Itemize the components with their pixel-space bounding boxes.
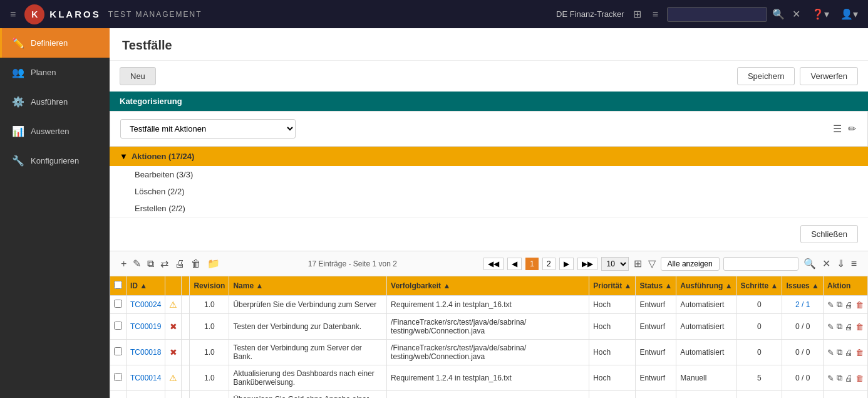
filter-clear-icon[interactable]: ✕ [821, 256, 832, 271]
filter-search-icon[interactable]: 🔍 [802, 256, 817, 271]
kategorisierung-header: Kategorisierung [110, 92, 868, 111]
export-icon[interactable]: ⇓ [835, 256, 846, 271]
discard-button[interactable]: Verwerfen [800, 67, 858, 85]
last-page-button[interactable]: ▶▶ [577, 258, 597, 270]
print-action-icon[interactable]: 🖨 [845, 348, 853, 357]
print-action-icon[interactable]: 🖨 [845, 300, 853, 310]
project-list-icon[interactable]: ≡ [650, 8, 661, 21]
row-steps: 5 [736, 391, 782, 399]
edit-action-icon[interactable]: ✎ [827, 322, 834, 332]
sidebar-item-definieren[interactable]: ✏️ Definieren [0, 28, 110, 58]
search-icon[interactable]: 🔍 [770, 7, 787, 21]
edit-action-icon[interactable]: ✎ [827, 348, 834, 357]
edit-row-icon[interactable]: ✎ [132, 256, 142, 271]
first-page-button[interactable]: ◀◀ [483, 258, 504, 270]
column-settings-icon[interactable]: ≡ [850, 257, 858, 271]
data-table: ID ▲ Revision Name ▲ Verfolgbarkeit ▲ Pr… [110, 276, 868, 398]
prev-page-button[interactable]: ◀ [507, 258, 522, 270]
sidebar-item-ausfuehren[interactable]: ⚙️ Ausführen [0, 87, 110, 117]
col-priority[interactable]: Priorität ▲ [589, 276, 636, 296]
show-all-button[interactable]: Alle anzeigen [661, 257, 720, 271]
row-warning: ✖ [165, 340, 182, 365]
planen-icon: 👥 [12, 66, 24, 78]
copy-row-icon[interactable]: ⧉ [146, 257, 155, 271]
print-icon[interactable]: 🖨 [173, 257, 186, 271]
folder-icon[interactable]: 📁 [206, 256, 221, 271]
filter-input[interactable] [723, 257, 798, 271]
add-row-icon[interactable]: + [120, 257, 128, 271]
page-1-button[interactable]: 1 [525, 258, 539, 270]
page-2-button[interactable]: 2 [542, 258, 555, 270]
tc-id-link[interactable]: TC00019 [130, 322, 161, 331]
delete-action-icon[interactable]: 🗑 [855, 348, 864, 357]
search-area: 🔍 ✕ [667, 7, 803, 22]
sub-item-erstellen[interactable]: Erstellen (2/2) [110, 200, 868, 217]
delete-action-icon[interactable]: 🗑 [855, 300, 864, 310]
col-id[interactable]: ID ▲ [127, 276, 165, 296]
issues-value: 0 / 0 [795, 348, 810, 357]
error-icon: ✖ [170, 322, 177, 332]
col-checkbox [110, 276, 127, 296]
search-input[interactable] [667, 7, 767, 22]
network-icon[interactable]: ⊞ [633, 256, 643, 271]
delete-row-icon[interactable]: 🗑 [190, 257, 202, 271]
next-page-button[interactable]: ▶ [559, 258, 574, 270]
copy-action-icon[interactable]: ⧉ [837, 300, 842, 310]
row-priority: Hoch [589, 340, 636, 365]
col-revision[interactable]: Revision [190, 276, 229, 296]
save-button[interactable]: Speichern [737, 67, 795, 85]
col-name[interactable]: Name ▲ [229, 276, 387, 296]
list-view-icon[interactable]: ☰ [832, 122, 843, 136]
menu-icon[interactable]: ≡ [8, 8, 18, 21]
row-prio-col [182, 314, 190, 340]
row-priority: Hoch [589, 365, 636, 391]
aktionen-label: Aktionen (17/24) [132, 152, 194, 161]
project-grid-icon[interactable]: ⊞ [631, 7, 644, 21]
aktionen-row[interactable]: ▼ Aktionen (17/24) [110, 147, 868, 166]
col-status[interactable]: Status ▲ [636, 276, 676, 296]
edit-action-icon[interactable]: ✎ [827, 300, 834, 310]
search-clear-icon[interactable]: ✕ [790, 7, 803, 21]
new-button[interactable]: Neu [120, 67, 156, 85]
issues-value: 0 / 0 [795, 322, 810, 331]
col-execution[interactable]: Ausführung ▲ [676, 276, 736, 296]
print-action-icon[interactable]: 🖨 [845, 322, 853, 332]
select-all-checkbox[interactable] [114, 281, 122, 289]
copy-action-icon[interactable]: ⧉ [837, 373, 842, 383]
tc-id-link[interactable]: TC00024 [130, 300, 161, 309]
main-content: Testfälle Neu Speichern Verwerfen Katego… [110, 28, 868, 398]
per-page-select[interactable]: 102550 [601, 257, 629, 271]
tc-id-link[interactable]: TC00018 [130, 348, 161, 357]
row-select-checkbox[interactable] [114, 322, 122, 330]
edit-action-icon[interactable]: ✎ [827, 374, 834, 383]
sub-item-loeschen[interactable]: Löschen (2/2) [110, 183, 868, 200]
col-steps[interactable]: Schritte ▲ [736, 276, 782, 296]
kategorisierung-select[interactable]: Testfälle mit Aktionen [120, 119, 296, 139]
copy-action-icon[interactable]: ⧉ [837, 347, 842, 357]
print-action-icon[interactable]: 🖨 [845, 374, 853, 383]
sub-item-bearbeiten[interactable]: Bearbeiten (3/3) [110, 166, 868, 183]
tc-id-link[interactable]: TC00014 [130, 374, 161, 382]
move-row-icon[interactable]: ⇄ [159, 256, 170, 271]
row-issues: 0 / 0 [782, 391, 824, 399]
sidebar-item-auswerten[interactable]: 📊 Auswerten [0, 117, 110, 146]
delete-action-icon[interactable]: 🗑 [855, 374, 864, 383]
sidebar-item-planen[interactable]: 👥 Planen [0, 58, 110, 87]
col-issues[interactable]: Issues ▲ [782, 276, 824, 296]
row-select-checkbox[interactable] [114, 347, 122, 355]
sidebar-item-konfigurieren[interactable]: 🔧 Konfigurieren [0, 146, 110, 175]
help-icon[interactable]: ❓▾ [809, 7, 832, 21]
close-button[interactable]: Schließen [800, 225, 858, 243]
issues-link[interactable]: 2 / 1 [795, 300, 810, 309]
row-issues: 0 / 0 [782, 365, 824, 391]
copy-action-icon[interactable]: ⧉ [837, 322, 842, 332]
col-traceability[interactable]: Verfolgbarkeit ▲ [387, 276, 589, 296]
delete-action-icon[interactable]: 🗑 [855, 322, 864, 332]
filter-icon[interactable]: ▽ [647, 256, 657, 271]
edit-kategorisierung-icon[interactable]: ✏ [847, 122, 857, 136]
row-select-checkbox[interactable] [114, 300, 122, 308]
user-icon[interactable]: 👤▾ [838, 7, 860, 21]
row-checkbox [110, 365, 127, 391]
row-select-checkbox[interactable] [114, 373, 122, 381]
row-traceability: Requirement 1.2.4 in testplan_16.txt [387, 391, 589, 399]
